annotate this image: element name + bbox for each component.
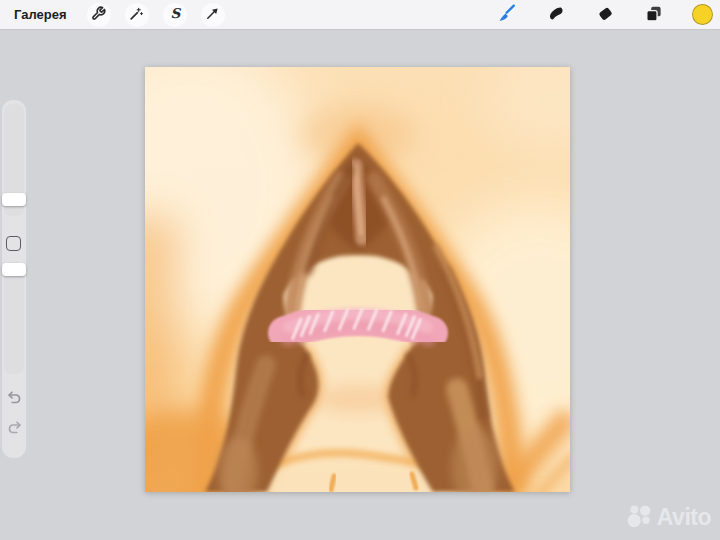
- avito-logo-icon: [627, 502, 654, 533]
- eraser-button[interactable]: [593, 4, 615, 26]
- brush-button[interactable]: [495, 4, 517, 26]
- avito-watermark: Avito: [627, 502, 711, 533]
- selection-button[interactable]: S: [163, 3, 187, 27]
- drawing-canvas[interactable]: [145, 67, 570, 492]
- brush-size-handle[interactable]: [2, 193, 26, 206]
- top-toolbar: Галерея: [0, 0, 720, 30]
- procreate-screen: Галерея: [0, 0, 720, 540]
- eraser-icon: [595, 4, 614, 26]
- color-swatch: [692, 4, 713, 25]
- side-toolbar: [2, 100, 26, 458]
- color-swatch-button[interactable]: [691, 4, 713, 26]
- svg-text:S: S: [170, 5, 181, 21]
- brush-opacity-handle[interactable]: [2, 263, 26, 276]
- selection-s-icon: S: [167, 5, 183, 24]
- paintbrush-icon: [496, 3, 516, 26]
- redo-icon: [6, 419, 23, 439]
- actions-button[interactable]: [87, 3, 111, 27]
- brush-opacity-slider[interactable]: [4, 262, 24, 374]
- transform-arrow-icon: [205, 6, 220, 24]
- toolbar-right-group: [495, 4, 713, 26]
- redo-button[interactable]: [5, 420, 23, 438]
- undo-button[interactable]: [5, 390, 23, 408]
- brush-size-slider[interactable]: [4, 104, 24, 216]
- gallery-button[interactable]: Галерея: [14, 7, 67, 22]
- undo-icon: [6, 389, 23, 409]
- toolbar-left-group: Галерея: [14, 3, 225, 27]
- adjustments-button[interactable]: [125, 3, 149, 27]
- avito-wordmark: Avito: [657, 504, 711, 531]
- artwork-portrait-painting: [145, 67, 570, 492]
- layers-icon: [644, 4, 663, 26]
- modify-button[interactable]: [6, 236, 21, 251]
- magic-wand-icon: [129, 6, 144, 24]
- smudge-button[interactable]: [544, 4, 566, 26]
- smudge-icon: [546, 4, 565, 26]
- wrench-icon: [91, 6, 106, 24]
- transform-button[interactable]: [201, 3, 225, 27]
- layers-button[interactable]: [642, 4, 664, 26]
